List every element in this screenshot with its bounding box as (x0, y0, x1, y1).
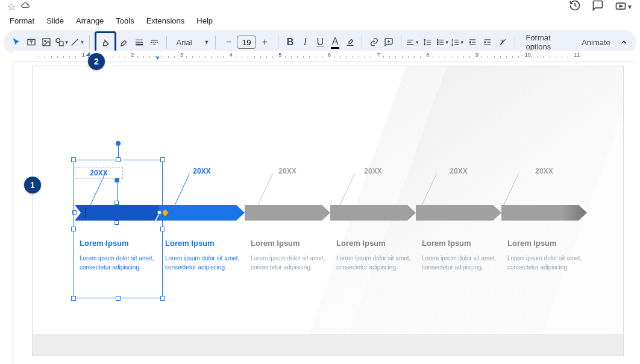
fill-color-icon[interactable] (97, 34, 114, 51)
rotate-handle[interactable] (116, 141, 121, 146)
menu-extensions[interactable]: Extensions (142, 15, 190, 27)
svg-point-3 (45, 40, 46, 42)
select-tool-icon[interactable] (10, 34, 24, 51)
svg-line-6 (72, 39, 78, 46)
item-body: Lorem ipsum dolor sit amet, consectetur … (507, 254, 585, 272)
numbered-list-icon[interactable]: 123▼ (451, 34, 465, 51)
ruler-tick: 6 (328, 52, 331, 58)
ruler-tick: 7 (377, 52, 380, 58)
ruler-tick: 1 (82, 52, 85, 58)
timeline-item[interactable]: Lorem Ipsum Lorem ipsum dolor sit amet, … (422, 239, 499, 272)
svg-point-20 (437, 44, 438, 45)
font-size-increase[interactable]: + (256, 34, 273, 51)
animate-button[interactable]: Animate (576, 36, 616, 49)
item-title: Lorem Ipsum (80, 239, 157, 248)
item-body: Lorem ipsum dolor sit amet, consectetur … (422, 254, 499, 272)
group-selection (74, 160, 163, 298)
insert-comment-icon[interactable] (382, 34, 396, 51)
timeline-item[interactable]: Lorem Ipsum Lorem ipsum dolor sit amet, … (80, 239, 157, 272)
bold-icon[interactable]: B (283, 34, 297, 51)
font-size-input[interactable]: 19 (237, 36, 256, 49)
font-select[interactable]: Arial ▼ (172, 38, 210, 47)
timeline-item[interactable]: Lorem Ipsum Lorem ipsum dolor sit amet, … (336, 239, 413, 272)
fill-color-highlight (95, 31, 116, 53)
ruler-tick: 11 (574, 52, 580, 58)
line-spacing-icon[interactable] (421, 34, 435, 51)
timeline-segment[interactable] (416, 205, 501, 221)
font-size-decrease[interactable]: − (220, 34, 237, 51)
item-body: Lorem ipsum dolor sit amet, consectetur … (251, 254, 328, 272)
year-label[interactable]: 20XX (75, 167, 123, 179)
title-area: ☆ ▼ (0, 0, 640, 13)
item-title: Lorem Ipsum (422, 239, 499, 248)
bullet-list-icon[interactable]: ▼ (436, 34, 450, 51)
ruler-tick: 2 (131, 52, 134, 58)
menu-help[interactable]: Help (192, 15, 218, 27)
item-body: Lorem ipsum dolor sit amet, consectetur … (80, 254, 157, 272)
year-label[interactable]: 20XX (330, 167, 416, 179)
year-label[interactable]: 20XX (245, 167, 330, 179)
menu-slide[interactable]: Slide (42, 15, 69, 27)
border-dash-icon[interactable] (148, 34, 162, 51)
menu-format[interactable]: Format (5, 15, 39, 27)
chevron-down-icon: ▼ (204, 39, 210, 45)
horizontal-ruler[interactable]: ◢ ▼ 1234567891011 (13, 51, 635, 61)
annotation-callout-2: 2 (88, 53, 105, 70)
slide-canvas[interactable]: 20XX 20XX 20XX 20XX 20XX 20XX (13, 61, 635, 359)
ruler-tick: 9 (475, 52, 478, 58)
indent-decrease-icon[interactable] (466, 34, 480, 51)
year-row: 20XX 20XX 20XX 20XX 20XX 20XX (75, 167, 587, 179)
border-color-icon[interactable] (118, 34, 131, 51)
svg-rect-5 (59, 42, 63, 46)
timeline-segment[interactable] (245, 205, 330, 221)
timeline-item[interactable]: Lorem Ipsum Lorem ipsum dolor sit amet, … (251, 239, 328, 272)
vertical-ruler[interactable] (0, 61, 13, 364)
slide[interactable]: 20XX 20XX 20XX 20XX 20XX 20XX (33, 66, 623, 356)
textbox-icon[interactable] (25, 34, 39, 51)
svg-point-19 (437, 42, 438, 43)
svg-text:3: 3 (451, 43, 453, 46)
item-body: Lorem ipsum dolor sit amet, consectetur … (165, 254, 242, 272)
text-cursor (86, 208, 86, 218)
indent-increase-icon[interactable] (481, 34, 495, 51)
comment-icon[interactable] (592, 0, 604, 14)
timeline-item[interactable]: Lorem Ipsum Lorem ipsum dolor sit amet, … (507, 239, 585, 272)
cloud-saved-icon[interactable] (20, 1, 30, 13)
timeline-segment[interactable] (159, 205, 245, 221)
star-icon[interactable]: ☆ (7, 1, 16, 13)
svg-point-18 (437, 40, 438, 41)
collapse-toolbar-icon[interactable] (618, 34, 630, 50)
history-icon[interactable] (569, 0, 581, 14)
align-icon[interactable]: ▼ (406, 34, 420, 51)
image-icon[interactable] (40, 34, 54, 51)
year-label[interactable]: 20XX (159, 167, 245, 179)
timeline-item[interactable]: Lorem Ipsum Lorem ipsum dolor sit amet, … (165, 239, 242, 272)
menu-tools[interactable]: Tools (111, 15, 139, 27)
ruler-tick: 5 (278, 52, 281, 58)
ruler-tick: 10 (525, 52, 531, 58)
highlight-color-icon[interactable] (344, 34, 357, 51)
year-label[interactable]: 20XX (501, 167, 587, 179)
shape-icon[interactable]: ▼ (55, 34, 69, 51)
item-body: Lorem ipsum dolor sit amet, consectetur … (336, 254, 413, 272)
clear-formatting-icon[interactable] (496, 34, 510, 51)
underline-icon[interactable]: U (313, 34, 327, 51)
timeline-segment[interactable] (330, 205, 416, 221)
border-weight-icon[interactable] (133, 34, 146, 51)
timeline-segment[interactable] (501, 205, 587, 221)
text-color-icon[interactable]: A (328, 34, 342, 51)
item-title: Lorem Ipsum (507, 239, 585, 248)
italic-icon[interactable]: I (298, 34, 312, 51)
line-icon[interactable]: ▼ (70, 34, 84, 51)
item-title: Lorem Ipsum (251, 239, 328, 248)
description-row: Lorem Ipsum Lorem ipsum dolor sit amet, … (80, 239, 592, 272)
present-icon[interactable]: ▼ (615, 1, 633, 13)
menubar: Format Slide Arrange Tools Extensions He… (0, 13, 640, 28)
year-label[interactable]: 20XX (416, 167, 501, 179)
timeline-segment[interactable] (75, 205, 159, 221)
footer-band (33, 334, 623, 356)
insert-link-icon[interactable] (367, 34, 381, 51)
menu-arrange[interactable]: Arrange (71, 15, 108, 27)
font-name: Arial (177, 38, 192, 47)
ruler-tick: 8 (426, 52, 429, 58)
